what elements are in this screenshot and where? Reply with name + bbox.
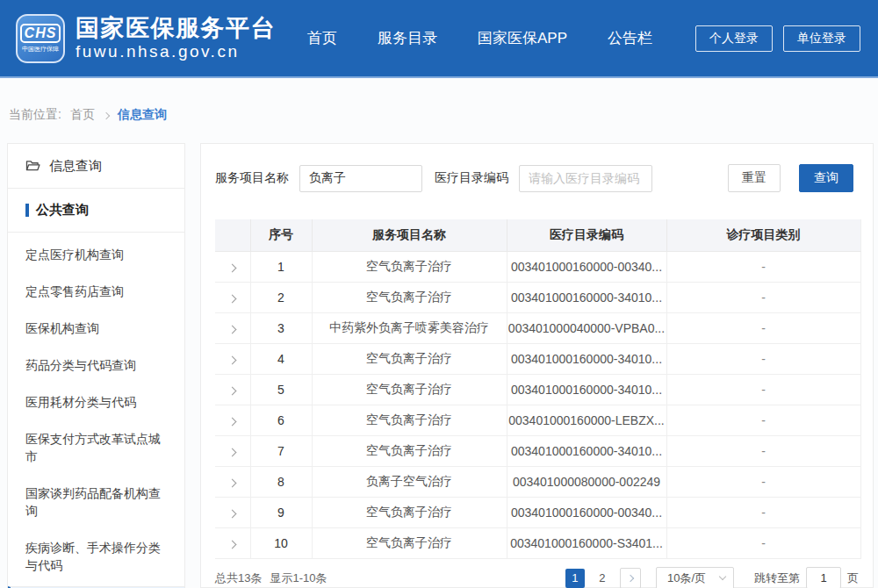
section-marker-bar: [25, 204, 29, 217]
cell-seq: 9: [250, 497, 312, 527]
cell-catalog-code: 003401000160000-S3401...: [507, 527, 666, 558]
expand-row-icon[interactable]: [228, 355, 237, 364]
sidebar-item-designated-retail-pharmacies[interactable]: 定点零售药店查询: [8, 273, 184, 310]
cell-category: -: [666, 312, 860, 343]
brand-logo[interactable]: CHS 中国医疗保障 国家医保服务平台 fuwu.nhsa.gov.cn: [16, 14, 276, 63]
expand-row-icon[interactable]: [228, 417, 237, 426]
sidebar-root-info-query[interactable]: 信息查询: [8, 144, 184, 189]
reset-button[interactable]: 重置: [728, 164, 781, 192]
next-page-button[interactable]: [620, 568, 641, 588]
cell-category: -: [666, 405, 860, 435]
jump-to-page: 跳转至第 页: [754, 567, 859, 588]
page-size-select[interactable]: 10条/页: [656, 567, 734, 588]
sidebar-section-label: 公共查询: [36, 202, 89, 219]
service-name-input[interactable]: [299, 165, 422, 192]
page-1-button[interactable]: 1: [565, 569, 585, 588]
cell-catalog-code: 003401000160000-00340...: [507, 497, 666, 527]
cell-service-name: 负离子空气治疗: [312, 466, 507, 497]
cell-seq: 1: [250, 251, 312, 282]
breadcrumb-home[interactable]: 首页: [70, 107, 95, 123]
table-row: 5 空气负离子治疗 003401000160000-34010... -: [215, 374, 860, 405]
cell-service-name: 空气负离子治疗: [312, 251, 507, 282]
cell-seq: 7: [250, 435, 312, 466]
cell-category: -: [666, 466, 860, 497]
cell-service-name: 空气负离子治疗: [312, 374, 507, 405]
sidebar-menu: 定点医疗机构查询 定点零售药店查询 医保机构查询 药品分类与代码查询 医用耗材分…: [8, 233, 184, 588]
cell-service-name: 空气负离子治疗: [312, 343, 507, 374]
column-catalog-code: 医疗目录编码: [507, 219, 666, 251]
nav-service-directory[interactable]: 服务目录: [378, 28, 437, 48]
cell-category: -: [666, 497, 860, 527]
table-row: 2 空气负离子治疗 003401000160000-34010... -: [215, 282, 860, 312]
chevron-down-icon: [719, 573, 726, 580]
cell-catalog-code: 003401000080000-002249: [507, 466, 666, 497]
expand-row-icon[interactable]: [228, 294, 237, 303]
cell-seq: 8: [250, 466, 312, 497]
total-count: 总共13条: [215, 570, 262, 586]
cell-service-name: 空气负离子治疗: [312, 405, 507, 435]
nav-home[interactable]: 首页: [307, 28, 337, 48]
chevron-right-icon: [627, 574, 634, 581]
sidebar-item-disease-diagnosis-codes[interactable]: 疾病诊断、手术操作分类与代码: [8, 529, 184, 584]
table-row: 1 空气负离子治疗 003401000160000-00340... -: [215, 251, 860, 282]
nav-national-insurance-app[interactable]: 国家医保APP: [478, 28, 567, 48]
cell-seq: 5: [250, 374, 312, 405]
expand-row-icon[interactable]: [228, 509, 237, 518]
table-row: 7 空气负离子治疗 003401000160000-34010... -: [215, 435, 860, 466]
jump-prefix-label: 跳转至第: [754, 570, 800, 586]
breadcrumb-prefix: 当前位置:: [9, 107, 61, 123]
site-header: CHS 中国医疗保障 国家医保服务平台 fuwu.nhsa.gov.cn 首页 …: [0, 0, 878, 78]
folder-icon: [25, 160, 40, 172]
table-header-row: 序号 服务项目名称 医疗目录编码 诊疗项目类别: [215, 219, 860, 251]
sidebar-item-negotiated-drug-institutions[interactable]: 国家谈判药品配备机构查询: [8, 475, 184, 529]
sidebar-section-public-query[interactable]: 公共查询: [8, 189, 184, 233]
cell-category: -: [666, 527, 860, 558]
catalog-code-label: 医疗目录编码: [435, 170, 508, 186]
main-nav: 首页 服务目录 国家医保APP 公告栏: [307, 28, 652, 48]
sidebar: 信息查询 公共查询 定点医疗机构查询 定点零售药店查询 医保机构查询 药品分类与…: [7, 143, 185, 588]
page-size-value: 10条/页: [667, 570, 706, 586]
cell-seq: 3: [250, 312, 312, 343]
column-service-name: 服务项目名称: [312, 219, 507, 251]
expand-row-icon[interactable]: [228, 325, 237, 333]
cell-service-name: 中药紫外负离子喷雾美容治疗: [312, 312, 507, 343]
login-group: 个人登录 单位登录: [695, 25, 860, 52]
table-row: 3 中药紫外负离子喷雾美容治疗 003401000040000-VPBA0...…: [215, 312, 860, 343]
cell-seq: 10: [250, 527, 312, 558]
cell-catalog-code: 003401000160000-34010...: [507, 343, 666, 374]
cell-service-name: 空气负离子治疗: [312, 282, 507, 312]
sidebar-item-payment-reform-pilot-cities[interactable]: 医保支付方式改革试点城市: [8, 420, 184, 475]
nav-announcements[interactable]: 公告栏: [608, 28, 652, 48]
table-row: 4 空气负离子治疗 003401000160000-34010... -: [215, 343, 860, 374]
cell-seq: 6: [250, 405, 312, 435]
expand-row-icon[interactable]: [228, 540, 237, 549]
pagination-controls: 1 2 10条/页 跳转至第 页: [565, 567, 859, 588]
brand-text: 国家医保服务平台 fuwu.nhsa.gov.cn: [76, 15, 276, 61]
cell-catalog-code: 003401000160000-34010...: [507, 282, 666, 312]
page-2-button[interactable]: 2: [593, 569, 612, 588]
cell-catalog-code: 003401000040000-VPBA0...: [507, 312, 666, 343]
query-button[interactable]: 查询: [799, 164, 853, 192]
cell-catalog-code: 003401000160000-34010...: [507, 374, 666, 405]
range-info: 显示1-10条: [270, 570, 327, 586]
sidebar-item-medical-consumables-codes[interactable]: 医用耗材分类与代码: [8, 384, 184, 420]
expand-row-icon[interactable]: [228, 263, 237, 272]
sidebar-item-insurance-agencies[interactable]: 医保机构查询: [8, 310, 184, 347]
org-login-button[interactable]: 单位登录: [783, 25, 860, 52]
expand-column-header: [215, 219, 250, 251]
cell-category: -: [666, 251, 860, 282]
expand-row-icon[interactable]: [228, 448, 237, 456]
jump-suffix-label: 页: [847, 570, 859, 586]
catalog-code-input[interactable]: [519, 165, 652, 192]
personal-login-button[interactable]: 个人登录: [695, 25, 773, 52]
cell-catalog-code: 003401000160000-00340...: [507, 251, 666, 282]
main-panel: 服务项目名称 医疗目录编码 重置 查询 序号 服务项目名称 医疗目录编码 诊疗项…: [200, 143, 874, 588]
table-row: 10 空气负离子治疗 003401000160000-S3401... -: [215, 527, 860, 558]
jump-page-input[interactable]: [806, 567, 841, 588]
expand-row-icon[interactable]: [228, 386, 237, 395]
sidebar-item-designated-medical-institutions[interactable]: 定点医疗机构查询: [8, 236, 184, 273]
sidebar-item-drug-classification-codes[interactable]: 药品分类与代码查询: [8, 347, 184, 384]
expand-row-icon[interactable]: [228, 478, 237, 487]
table-row: 6 空气负离子治疗 003401000160000-LEBZX... -: [215, 405, 860, 435]
cell-service-name: 空气负离子治疗: [312, 527, 507, 558]
